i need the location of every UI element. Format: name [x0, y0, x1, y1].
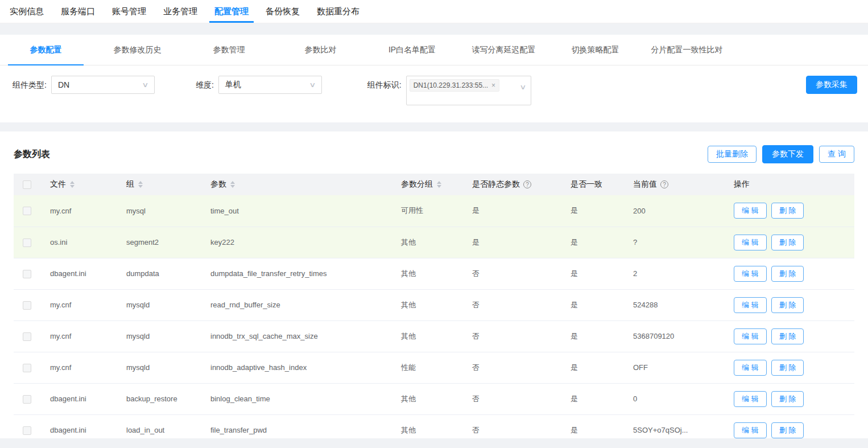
component-id-tag-label: DN1(10.229.31.233:55... — [414, 81, 488, 89]
col-header-current_value: 当前值? — [622, 174, 722, 195]
cell-param-group: 其他 — [390, 414, 461, 438]
delete-button[interactable]: 删 除 — [771, 266, 804, 282]
top-nav-item-2[interactable]: 服务端口 — [52, 0, 104, 23]
component-type-filter: 组件类型: DN ∨ — [13, 76, 155, 94]
sub-tab-2[interactable]: 参数修改历史 — [92, 35, 183, 65]
cell-current-value: 0 — [622, 383, 722, 414]
sort-icon[interactable] — [70, 181, 75, 188]
cell-is-static: 否 — [461, 414, 559, 438]
page-title: 参数列表 — [14, 149, 50, 161]
dimension-filter: 维度: 单机 ∨ — [196, 76, 322, 94]
component-id-tag: DN1(10.229.31.233:55... × — [410, 79, 499, 92]
edit-button[interactable]: 编 辑 — [734, 297, 767, 313]
edit-button[interactable]: 编 辑 — [734, 391, 767, 407]
cell-is-consistent: 是 — [559, 227, 622, 258]
cell-current-value: 2 — [622, 258, 722, 289]
chevron-down-icon: ∨ — [309, 81, 316, 89]
sub-tab-6[interactable]: 读写分离延迟配置 — [458, 35, 549, 65]
collect-params-button[interactable]: 参数采集 — [806, 76, 857, 94]
row-checkbox[interactable] — [23, 301, 31, 310]
sort-icon[interactable] — [230, 181, 235, 188]
row-ops: 编 辑 删 除 — [734, 266, 852, 282]
sub-tab-8[interactable]: 分片配置一致性比对 — [641, 35, 733, 65]
cell-current-value: 5SOY+o7qSOj... — [622, 414, 722, 438]
sub-tab-3[interactable]: 参数管理 — [183, 35, 275, 65]
info-icon[interactable]: ? — [523, 180, 531, 188]
config-card: 参数配置参数修改历史参数管理参数比对IP白名单配置读写分离延迟配置切换策略配置分… — [0, 35, 868, 122]
cell-file: dbagent.ini — [39, 258, 115, 289]
delete-button[interactable]: 删 除 — [771, 297, 804, 313]
dimension-select[interactable]: 单机 ∨ — [218, 76, 322, 94]
col-header-label: 组 — [126, 179, 134, 190]
col-header-param_group[interactable]: 参数分组 — [390, 174, 461, 195]
row-checkbox[interactable] — [23, 207, 31, 215]
row-checkbox[interactable] — [23, 426, 31, 435]
edit-button[interactable]: 编 辑 — [734, 422, 767, 438]
sort-icon[interactable] — [437, 181, 441, 188]
cell-is-static: 是 — [461, 195, 559, 227]
edit-button[interactable]: 编 辑 — [734, 360, 767, 376]
top-nav-item-6[interactable]: 备份恢复 — [257, 0, 308, 23]
cell-param-group: 性能 — [390, 352, 461, 383]
batch-delete-button[interactable]: 批量删除 — [708, 146, 757, 163]
cell-file: os.ini — [39, 227, 115, 258]
component-type-select[interactable]: DN ∨ — [51, 76, 155, 94]
top-nav-item-3[interactable]: 账号管理 — [104, 0, 155, 23]
edit-button[interactable]: 编 辑 — [734, 203, 767, 219]
row-checkbox[interactable] — [23, 332, 31, 341]
remove-tag-icon[interactable]: × — [491, 82, 495, 89]
delete-button[interactable]: 删 除 — [771, 328, 804, 344]
component-type-label: 组件类型: — [13, 76, 47, 94]
row-ops: 编 辑 删 除 — [734, 203, 852, 219]
row-ops: 编 辑 删 除 — [734, 235, 852, 250]
delete-button[interactable]: 删 除 — [771, 360, 804, 376]
col-header-check — [14, 174, 39, 195]
cell-is-consistent: 是 — [559, 414, 622, 438]
cell-is-consistent: 是 — [559, 352, 622, 383]
query-button[interactable]: 查 询 — [819, 146, 854, 163]
row-ops: 编 辑 删 除 — [734, 422, 852, 438]
select-all-checkbox[interactable] — [23, 180, 31, 189]
dimension-label: 维度: — [196, 76, 214, 94]
cell-group: mysql — [115, 195, 199, 227]
component-id-select[interactable]: DN1(10.229.31.233:55... × ∨ — [406, 76, 531, 105]
sub-tab-7[interactable]: 切换策略配置 — [549, 35, 641, 65]
row-checkbox[interactable] — [23, 364, 31, 372]
top-nav-item-4[interactable]: 业务管理 — [155, 0, 206, 23]
table-row: dbagent.ini backup_restore binlog_clean_… — [14, 383, 854, 414]
info-icon[interactable]: ? — [660, 180, 668, 188]
cell-param-group: 其他 — [390, 320, 461, 352]
col-header-param[interactable]: 参数 — [199, 174, 390, 195]
sort-icon[interactable] — [138, 181, 143, 188]
col-header-label: 是否静态参数 — [472, 179, 520, 190]
col-header-group[interactable]: 组 — [115, 174, 199, 195]
sub-tab-4[interactable]: 参数比对 — [275, 35, 366, 65]
cell-param: file_transfer_pwd — [199, 414, 390, 438]
delete-button[interactable]: 删 除 — [771, 422, 804, 438]
sub-tab-1[interactable]: 参数配置 — [0, 35, 92, 65]
cell-file: dbagent.ini — [39, 383, 115, 414]
cell-file: my.cnf — [39, 352, 115, 383]
col-header-file[interactable]: 文件 — [39, 174, 115, 195]
top-nav-item-7[interactable]: 数据重分布 — [308, 0, 368, 23]
distribute-params-button[interactable]: 参数下发 — [762, 145, 813, 163]
delete-button[interactable]: 删 除 — [771, 391, 804, 407]
edit-button[interactable]: 编 辑 — [734, 328, 767, 344]
col-header-label: 当前值 — [633, 179, 657, 190]
row-checkbox[interactable] — [23, 395, 31, 404]
row-checkbox[interactable] — [23, 270, 31, 278]
top-nav-item-5[interactable]: 配置管理 — [206, 0, 257, 23]
sub-tab-5[interactable]: IP白名单配置 — [366, 35, 458, 65]
delete-button[interactable]: 删 除 — [771, 203, 804, 219]
cell-current-value: ? — [622, 227, 722, 258]
cell-is-static: 否 — [461, 258, 559, 289]
delete-button[interactable]: 删 除 — [771, 235, 804, 250]
cell-is-static: 否 — [461, 383, 559, 414]
cell-is-static: 否 — [461, 289, 559, 320]
edit-button[interactable]: 编 辑 — [734, 235, 767, 250]
cell-group: segment2 — [115, 227, 199, 258]
cell-file: my.cnf — [39, 289, 115, 320]
top-nav-item-1[interactable]: 实例信息 — [1, 0, 52, 23]
edit-button[interactable]: 编 辑 — [734, 266, 767, 282]
row-checkbox[interactable] — [23, 239, 31, 247]
